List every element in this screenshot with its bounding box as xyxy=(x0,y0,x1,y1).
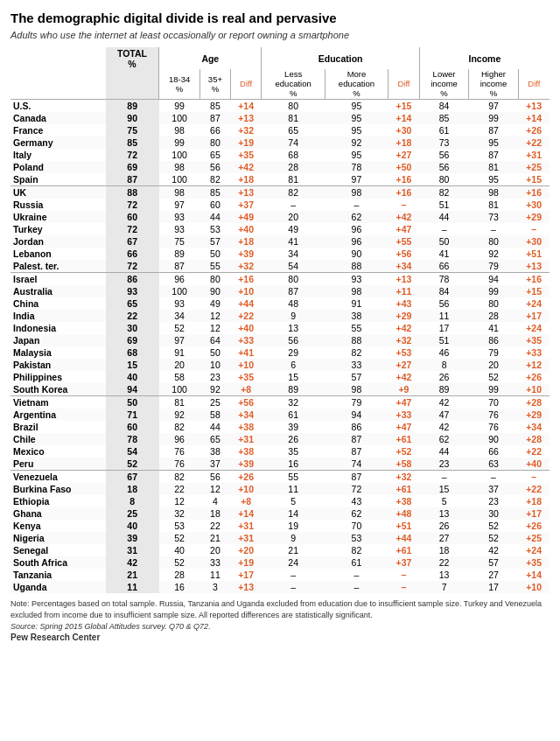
country-name: Indonesia xyxy=(10,322,106,334)
country-name: Brazil xyxy=(10,421,106,433)
country-name: Palest. ter. xyxy=(10,260,106,273)
cell-value: 50 xyxy=(200,346,231,359)
cell-value: +13 xyxy=(518,100,550,113)
country-name: Ethiopia xyxy=(10,495,106,507)
cell-value: 60 xyxy=(106,211,159,223)
table-row: Japan699764+335688+325186+35 xyxy=(10,334,550,346)
table-row: Mexico547638+383587+524466+22 xyxy=(10,445,550,458)
cell-value: 58 xyxy=(200,409,231,421)
cell-value: 67 xyxy=(106,235,159,248)
attribution: Pew Research Center xyxy=(10,633,550,642)
cell-value: 66 xyxy=(106,248,159,260)
cell-value: 87 xyxy=(106,173,159,186)
cell-value: 34 xyxy=(159,310,200,322)
country-name: Mexico xyxy=(10,445,106,458)
country-name: Venezuela xyxy=(10,471,106,484)
cell-value: 80 xyxy=(262,273,325,286)
cell-value: +39 xyxy=(230,458,262,471)
cell-value: 26 xyxy=(419,371,468,383)
col-age35: 35+% xyxy=(200,69,231,100)
cell-value: 96 xyxy=(325,223,388,235)
table-row: Lebanon668950+393490+564192+51 xyxy=(10,248,550,260)
table-row: Philippines405823+351557+422652+26 xyxy=(10,371,550,383)
cell-value: 100 xyxy=(159,112,200,124)
cell-value: +15 xyxy=(518,173,550,186)
cell-value: 65 xyxy=(200,149,231,161)
cell-value: 70 xyxy=(469,396,518,409)
inc-group-header: Income xyxy=(419,47,550,69)
cell-value: 78 xyxy=(106,433,159,445)
cell-value: 95 xyxy=(325,100,388,113)
cell-value: 97 xyxy=(469,100,518,113)
cell-value: 21 xyxy=(200,532,231,544)
cell-value: 95 xyxy=(469,173,518,186)
cell-value: 79 xyxy=(325,396,388,409)
country-name: Israel xyxy=(10,273,106,286)
cell-value: +56 xyxy=(230,396,262,409)
cell-value: 72 xyxy=(325,483,388,495)
cell-value: +34 xyxy=(230,409,262,421)
cell-value: +27 xyxy=(388,359,420,371)
cell-value: 66 xyxy=(419,260,468,273)
cell-value: +12 xyxy=(518,359,550,371)
table-row: South Africa425233+192461+372257+35 xyxy=(10,556,550,569)
cell-value: +44 xyxy=(388,532,420,544)
table-row: Tanzania212811+17–––1327+14 xyxy=(10,569,550,581)
cell-value: 98 xyxy=(325,186,388,199)
cell-value: +31 xyxy=(518,149,550,161)
table-row: China659349+444891+435680+24 xyxy=(10,297,550,310)
cell-value: 100 xyxy=(159,149,200,161)
table-row: Spain8710082+188197+168095+15 xyxy=(10,173,550,186)
cell-value: 56 xyxy=(419,161,468,173)
cell-value: 91 xyxy=(325,297,388,310)
cell-value: 100 xyxy=(159,383,200,396)
cell-value: +22 xyxy=(518,136,550,149)
cell-value: 42 xyxy=(469,544,518,556)
cell-value: 13 xyxy=(262,322,325,334)
cell-value: +55 xyxy=(388,235,420,248)
cell-value: 97 xyxy=(159,334,200,346)
cell-value: 81 xyxy=(262,173,325,186)
cell-value: 72 xyxy=(106,260,159,273)
cell-value: 29 xyxy=(262,346,325,359)
cell-value: 78 xyxy=(325,161,388,173)
cell-value: +41 xyxy=(230,346,262,359)
country-name: UK xyxy=(10,186,106,199)
cell-value: 8 xyxy=(419,359,468,371)
country-name: Nigeria xyxy=(10,532,106,544)
cell-value: 35 xyxy=(262,445,325,458)
cell-value: +30 xyxy=(518,235,550,248)
cell-value: 27 xyxy=(469,569,518,581)
cell-value: 11 xyxy=(262,483,325,495)
cell-value: 21 xyxy=(106,569,159,581)
cell-value: 89 xyxy=(262,383,325,396)
cell-value: – xyxy=(419,223,468,235)
cell-value: 79 xyxy=(469,260,518,273)
cell-value: 20 xyxy=(159,359,200,371)
cell-value: 50 xyxy=(419,235,468,248)
cell-value: 26 xyxy=(419,520,468,532)
cell-value: +34 xyxy=(388,260,420,273)
cell-value: +37 xyxy=(230,199,262,211)
table-row: France759866+326595+306187+26 xyxy=(10,124,550,136)
cell-value: +8 xyxy=(230,383,262,396)
col-age18: 18-34% xyxy=(159,69,200,100)
cell-value: 81 xyxy=(469,161,518,173)
table-row: Italy7210065+356895+275687+31 xyxy=(10,149,550,161)
cell-value: 5 xyxy=(262,495,325,507)
cell-value: 40 xyxy=(106,371,159,383)
cell-value: 62 xyxy=(325,507,388,520)
cell-value: 65 xyxy=(262,124,325,136)
cell-value: 94 xyxy=(106,383,159,396)
cell-value: 85 xyxy=(419,112,468,124)
country-name: Philippines xyxy=(10,371,106,383)
cell-value: 56 xyxy=(419,149,468,161)
cell-value: +38 xyxy=(388,495,420,507)
country-name: Japan xyxy=(10,334,106,346)
cell-value: +58 xyxy=(388,458,420,471)
col-age-diff: Diff xyxy=(230,69,262,100)
cell-value: 28 xyxy=(262,161,325,173)
cell-value: 20 xyxy=(262,211,325,223)
cell-value: 86 xyxy=(106,273,159,286)
cell-value: 38 xyxy=(200,445,231,458)
